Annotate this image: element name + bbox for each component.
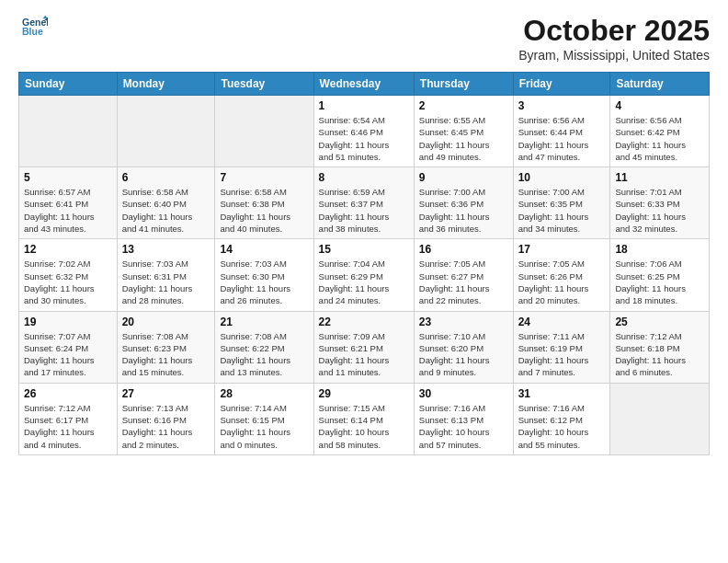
table-row: 6Sunrise: 6:58 AM Sunset: 6:40 PM Daylig… (117, 167, 215, 239)
table-row: 4Sunrise: 6:56 AM Sunset: 6:42 PM Daylig… (610, 96, 710, 167)
table-row: 7Sunrise: 6:58 AM Sunset: 6:38 PM Daylig… (215, 167, 313, 239)
table-row: 9Sunrise: 7:00 AM Sunset: 6:36 PM Daylig… (414, 167, 513, 239)
day-number: 30 (419, 387, 508, 400)
table-row: 12Sunrise: 7:02 AM Sunset: 6:32 PM Dayli… (19, 239, 118, 311)
day-info: Sunrise: 7:16 AM Sunset: 6:13 PM Dayligh… (419, 402, 508, 451)
table-row: 19Sunrise: 7:07 AM Sunset: 6:24 PM Dayli… (19, 311, 118, 383)
day-info: Sunrise: 7:05 AM Sunset: 6:27 PM Dayligh… (419, 258, 508, 306)
table-row: 15Sunrise: 7:04 AM Sunset: 6:29 PM Dayli… (313, 239, 414, 311)
table-row: 14Sunrise: 7:03 AM Sunset: 6:30 PM Dayli… (215, 239, 313, 311)
table-row: 3Sunrise: 6:56 AM Sunset: 6:44 PM Daylig… (513, 96, 610, 167)
logo: General Blue (18, 14, 48, 43)
table-row: 28Sunrise: 7:14 AM Sunset: 6:15 PM Dayli… (215, 383, 313, 454)
day-info: Sunrise: 7:08 AM Sunset: 6:22 PM Dayligh… (220, 330, 308, 379)
table-row: 29Sunrise: 7:15 AM Sunset: 6:14 PM Dayli… (313, 383, 414, 454)
day-number: 12 (24, 243, 112, 256)
table-row (19, 96, 118, 167)
day-number: 19 (24, 316, 112, 328)
month-title: October 2025 (518, 14, 710, 48)
day-number: 14 (220, 243, 308, 256)
day-number: 3 (518, 99, 606, 112)
day-info: Sunrise: 7:15 AM Sunset: 6:14 PM Dayligh… (319, 402, 409, 451)
day-number: 29 (319, 387, 409, 400)
calendar-week-1: 1Sunrise: 6:54 AM Sunset: 6:46 PM Daylig… (19, 96, 710, 167)
day-info: Sunrise: 7:03 AM Sunset: 6:31 PM Dayligh… (122, 258, 210, 306)
table-row: 17Sunrise: 7:05 AM Sunset: 6:26 PM Dayli… (513, 239, 610, 311)
table-row: 2Sunrise: 6:55 AM Sunset: 6:45 PM Daylig… (414, 96, 513, 167)
day-info: Sunrise: 6:54 AM Sunset: 6:46 PM Dayligh… (319, 114, 409, 163)
day-info: Sunrise: 7:00 AM Sunset: 6:35 PM Dayligh… (518, 186, 606, 235)
day-info: Sunrise: 7:08 AM Sunset: 6:23 PM Dayligh… (122, 330, 210, 379)
day-number: 13 (122, 243, 210, 256)
day-info: Sunrise: 7:12 AM Sunset: 6:18 PM Dayligh… (615, 330, 704, 379)
day-info: Sunrise: 7:02 AM Sunset: 6:32 PM Dayligh… (24, 258, 112, 306)
day-info: Sunrise: 7:00 AM Sunset: 6:36 PM Dayligh… (419, 186, 508, 235)
day-number: 11 (615, 171, 704, 184)
page-container: General Blue October 2025 Byram, Mississ… (0, 0, 728, 563)
table-row: 23Sunrise: 7:10 AM Sunset: 6:20 PM Dayli… (414, 311, 513, 383)
table-row: 30Sunrise: 7:16 AM Sunset: 6:13 PM Dayli… (414, 383, 513, 454)
calendar-week-3: 12Sunrise: 7:02 AM Sunset: 6:32 PM Dayli… (19, 239, 710, 311)
table-row: 25Sunrise: 7:12 AM Sunset: 6:18 PM Dayli… (610, 311, 710, 383)
table-row: 18Sunrise: 7:06 AM Sunset: 6:25 PM Dayli… (610, 239, 710, 311)
day-info: Sunrise: 7:01 AM Sunset: 6:33 PM Dayligh… (615, 186, 704, 235)
day-info: Sunrise: 6:56 AM Sunset: 6:44 PM Dayligh… (518, 114, 606, 163)
table-row: 11Sunrise: 7:01 AM Sunset: 6:33 PM Dayli… (610, 167, 710, 239)
calendar-week-5: 26Sunrise: 7:12 AM Sunset: 6:17 PM Dayli… (19, 383, 710, 454)
table-row: 22Sunrise: 7:09 AM Sunset: 6:21 PM Dayli… (313, 311, 414, 383)
day-info: Sunrise: 6:55 AM Sunset: 6:45 PM Dayligh… (419, 114, 508, 163)
day-number: 20 (122, 316, 210, 328)
day-info: Sunrise: 7:07 AM Sunset: 6:24 PM Dayligh… (24, 330, 112, 379)
day-number: 5 (24, 171, 112, 184)
col-sunday: Sunday (19, 73, 118, 96)
day-number: 22 (319, 316, 409, 328)
table-row: 8Sunrise: 6:59 AM Sunset: 6:37 PM Daylig… (313, 167, 414, 239)
day-number: 9 (419, 171, 508, 184)
day-number: 23 (419, 316, 508, 328)
day-number: 7 (220, 171, 308, 184)
day-number: 24 (518, 316, 606, 328)
day-info: Sunrise: 7:10 AM Sunset: 6:20 PM Dayligh… (419, 330, 508, 379)
day-number: 2 (419, 99, 508, 112)
day-number: 21 (220, 316, 308, 328)
day-info: Sunrise: 6:59 AM Sunset: 6:37 PM Dayligh… (319, 186, 409, 235)
col-tuesday: Tuesday (215, 73, 313, 96)
day-info: Sunrise: 6:58 AM Sunset: 6:38 PM Dayligh… (220, 186, 308, 235)
day-info: Sunrise: 7:11 AM Sunset: 6:19 PM Dayligh… (518, 330, 606, 379)
day-info: Sunrise: 7:06 AM Sunset: 6:25 PM Dayligh… (615, 258, 704, 306)
day-info: Sunrise: 7:14 AM Sunset: 6:15 PM Dayligh… (220, 402, 308, 451)
day-number: 15 (319, 243, 409, 256)
table-row: 21Sunrise: 7:08 AM Sunset: 6:22 PM Dayli… (215, 311, 313, 383)
calendar-table: Sunday Monday Tuesday Wednesday Thursday… (18, 72, 710, 455)
table-row: 20Sunrise: 7:08 AM Sunset: 6:23 PM Dayli… (117, 311, 215, 383)
col-wednesday: Wednesday (313, 73, 414, 96)
col-friday: Friday (513, 73, 610, 96)
day-info: Sunrise: 7:12 AM Sunset: 6:17 PM Dayligh… (24, 402, 112, 451)
day-info: Sunrise: 7:03 AM Sunset: 6:30 PM Dayligh… (220, 258, 308, 306)
table-row: 5Sunrise: 6:57 AM Sunset: 6:41 PM Daylig… (19, 167, 118, 239)
day-number: 4 (615, 99, 704, 112)
day-number: 25 (615, 316, 704, 328)
day-info: Sunrise: 6:56 AM Sunset: 6:42 PM Dayligh… (615, 114, 704, 163)
day-number: 18 (615, 243, 704, 256)
day-number: 6 (122, 171, 210, 184)
day-number: 10 (518, 171, 606, 184)
calendar-week-2: 5Sunrise: 6:57 AM Sunset: 6:41 PM Daylig… (19, 167, 710, 239)
table-row: 1Sunrise: 6:54 AM Sunset: 6:46 PM Daylig… (313, 96, 414, 167)
day-info: Sunrise: 7:13 AM Sunset: 6:16 PM Dayligh… (122, 402, 210, 451)
svg-text:Blue: Blue (22, 26, 43, 37)
table-row: 31Sunrise: 7:16 AM Sunset: 6:12 PM Dayli… (513, 383, 610, 454)
table-row: 13Sunrise: 7:03 AM Sunset: 6:31 PM Dayli… (117, 239, 215, 311)
table-row: 10Sunrise: 7:00 AM Sunset: 6:35 PM Dayli… (513, 167, 610, 239)
col-monday: Monday (117, 73, 215, 96)
day-number: 26 (24, 387, 112, 400)
table-row: 24Sunrise: 7:11 AM Sunset: 6:19 PM Dayli… (513, 311, 610, 383)
day-number: 27 (122, 387, 210, 400)
day-number: 1 (319, 99, 409, 112)
day-number: 28 (220, 387, 308, 400)
col-saturday: Saturday (610, 73, 710, 96)
day-info: Sunrise: 6:57 AM Sunset: 6:41 PM Dayligh… (24, 186, 112, 235)
col-thursday: Thursday (414, 73, 513, 96)
header: General Blue October 2025 Byram, Mississ… (18, 14, 710, 63)
day-number: 8 (319, 171, 409, 184)
